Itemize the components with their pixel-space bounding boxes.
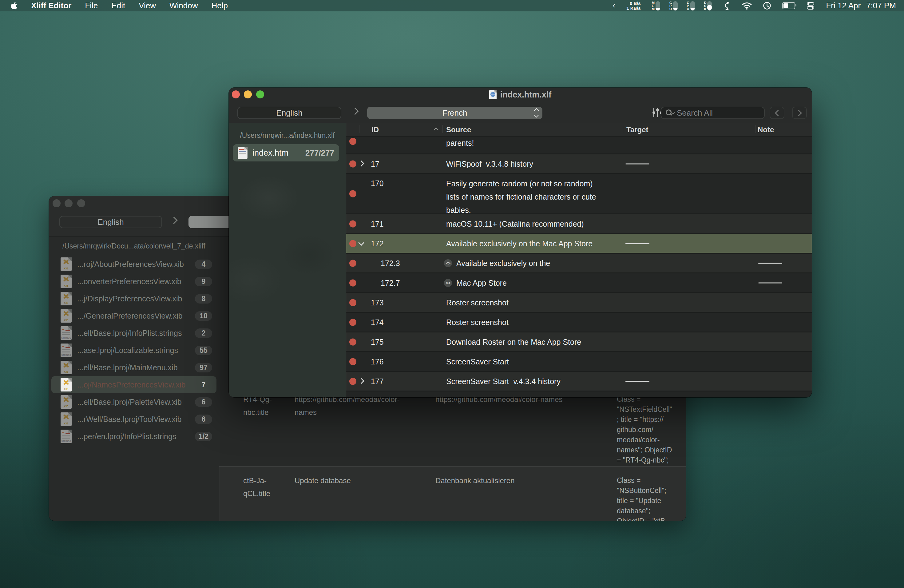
file-list-item[interactable]: “STRINGS...ell/Base.lproj/InfoPlist.stri… [51, 324, 217, 341]
row-source-text: Download Roster on the Mac App Store [446, 335, 620, 348]
file-count-badge: 1/2 [195, 432, 212, 441]
file-list-item[interactable]: XIB...onverterPreferencesView.xib9 [51, 273, 217, 290]
stat-gauge-gpu[interactable]: GPU [669, 1, 678, 11]
file-list-item[interactable]: “STRINGS...ase.lproj/Localizable.strings… [51, 341, 217, 359]
table-header: ID Source Target Note [346, 123, 812, 136]
target-language-popup[interactable]: French [367, 107, 542, 119]
row-id: 176 [371, 357, 384, 366]
window-title: index.htm.xlf [500, 90, 552, 100]
empty-target-dash [626, 243, 650, 244]
file-list-item[interactable]: “STRINGS...per/en.lproj/InfoPlist.string… [51, 428, 217, 445]
file-count-badge: 2 [195, 329, 212, 338]
file-list-item[interactable]: XIB...ell/Base.lproj/MainMenu.xib97 [51, 359, 217, 376]
control-center-icon[interactable] [806, 2, 815, 10]
translation-row[interactable]: parents! [346, 136, 812, 154]
minimize-button[interactable] [65, 199, 73, 207]
file-list-item[interactable]: XIB...oj/NamesPreferencesView.xib7 [51, 376, 217, 394]
file-list-item[interactable]: XIB...ell/Base.lproj/PaletteView.xib6 [51, 394, 217, 411]
xib-document-icon: XIB [60, 378, 72, 392]
chevron-down-icon[interactable] [358, 240, 364, 246]
battery-icon[interactable] [782, 2, 795, 9]
row-source-text: Roster screenshot [446, 296, 620, 309]
fg-file-path: /Users/mrqwir...a/index.htm.xlf [229, 131, 346, 140]
translation-row-selected[interactable]: 172Available exclusively on the Mac App … [346, 234, 812, 254]
file-list-item[interactable]: XIB...j/DisplayPreferencesView.xib8 [51, 290, 217, 307]
file-list-item[interactable]: XIB...roj/AboutPreferencesView.xib4 [51, 256, 217, 273]
menubar-date[interactable]: Fri 12 Apr [826, 1, 861, 11]
column-header-id[interactable]: ID [371, 123, 379, 136]
row-id: 172 [371, 239, 384, 248]
status-dot-icon [349, 358, 356, 365]
file-name: ...ell/Base.lproj/MainMenu.xib [77, 363, 195, 372]
stat-gauge-cpu[interactable]: CPU [687, 1, 695, 11]
stat-bar-icon [707, 1, 712, 11]
zoom-button[interactable] [77, 199, 85, 207]
translation-row[interactable]: 172.7<>Mac App Store [346, 273, 812, 293]
file-list-item[interactable]: XIB.../GeneralPreferencesView.xib10 [51, 307, 217, 324]
menubar-menu-file[interactable]: File [85, 1, 98, 11]
translation-row[interactable]: 17WiFiSpoof v.3.4.8 history [346, 154, 812, 174]
menubar-app-name[interactable]: Xliff Editor [31, 1, 71, 11]
row-source-text: parents! [446, 136, 620, 150]
file-name: ...per/en.lproj/InfoPlist.strings [77, 432, 195, 441]
file-list-item[interactable]: XIB...rWell/Base.lproj/ToolView.xib6 [51, 411, 217, 428]
empty-target-dash [758, 262, 782, 264]
row-id: 17 [371, 159, 379, 168]
translation-row[interactable]: 176ScreenSaver Start [346, 352, 812, 372]
strings-document-icon: “STRINGS [60, 430, 72, 443]
xib-document-icon: XIB [60, 395, 72, 409]
bg-file-pane: /Users/mrqwirk/Docu...ata/colorwell_7_de… [49, 237, 219, 521]
file-name: ...oj/NamesPreferencesView.xib [77, 381, 195, 389]
column-header-note[interactable]: Note [758, 123, 774, 136]
menubar-menu-help[interactable]: Help [212, 1, 228, 11]
strings-document-icon: “STRINGS [60, 326, 72, 340]
stat-gauge-dsk[interactable]: DSK [704, 1, 712, 11]
strings-document-icon: “STRINGS [60, 343, 72, 357]
xlf-document-icon [489, 90, 496, 100]
sidebar-file-item-selected[interactable]: index.htm 277/277 [233, 144, 339, 161]
xib-document-icon: XIB [60, 275, 72, 288]
time-machine-icon[interactable] [763, 2, 771, 10]
chevron-right-icon[interactable] [358, 378, 364, 384]
bg-row-note: Class = "NSButtonCell"; title = "Update … [617, 476, 686, 521]
search-field[interactable]: Search All [661, 107, 765, 119]
stat-bar-icon [673, 1, 678, 11]
column-header-target[interactable]: Target [626, 123, 648, 136]
chevron-left-icon[interactable]: ‹ [613, 1, 615, 10]
column-header-source[interactable]: Source [446, 123, 471, 136]
chevron-right-icon[interactable] [358, 160, 364, 166]
next-button[interactable] [792, 107, 807, 119]
translation-row[interactable]: 173Roster screenshot [346, 293, 812, 313]
close-button[interactable] [52, 199, 60, 207]
row-source-text: Available exclusively on the Mac App Sto… [446, 237, 620, 250]
status-dot-icon [349, 378, 356, 385]
menubar-menu-edit[interactable]: Edit [111, 1, 125, 11]
index-htm-xlf-window[interactable]: index.htm.xlf English French Search All … [229, 88, 812, 397]
menubar-menu-view[interactable]: View [139, 1, 156, 11]
bg-row-source: Update database [295, 474, 436, 487]
network-throughput[interactable]: 0 B/s1 KB/s [626, 1, 641, 11]
file-count-badge: 4 [195, 259, 212, 269]
menubar-clock[interactable]: 7:07 PM [866, 1, 896, 11]
translation-row[interactable]: 177ScreenSaver Start v.4.3.4 history [346, 372, 812, 392]
translation-count: 277/277 [305, 148, 334, 158]
seahorse-icon[interactable] [723, 1, 731, 11]
source-language-button[interactable]: English [237, 107, 341, 119]
translation-row[interactable]: 175Download Roster on the Mac App Store [346, 332, 812, 352]
row-id: 171 [371, 219, 384, 228]
file-name: ...ell/Base.lproj/PaletteView.xib [77, 398, 195, 406]
translation-row[interactable]: 171macOS 10.11+ (Catalina recommended) [346, 214, 812, 234]
popup-chevrons-icon [535, 109, 538, 117]
translation-row[interactable]: 174Roster screenshot [346, 313, 812, 332]
stat-gauge-mem[interactable]: MEM [652, 1, 660, 11]
previous-button[interactable] [770, 107, 784, 119]
source-language-button[interactable]: English [59, 216, 162, 228]
menubar-menu-window[interactable]: Window [169, 1, 198, 11]
status-dot-icon [349, 338, 356, 345]
xib-document-icon: XIB [60, 413, 72, 426]
translation-row[interactable]: 170Easily generate random (or not so ran… [346, 174, 812, 214]
apple-menu-icon[interactable] [11, 2, 17, 10]
row-id: 174 [371, 318, 384, 327]
wifi-icon[interactable] [742, 2, 752, 9]
translation-row[interactable]: 172.3<>Available exclusively on the [346, 254, 812, 273]
